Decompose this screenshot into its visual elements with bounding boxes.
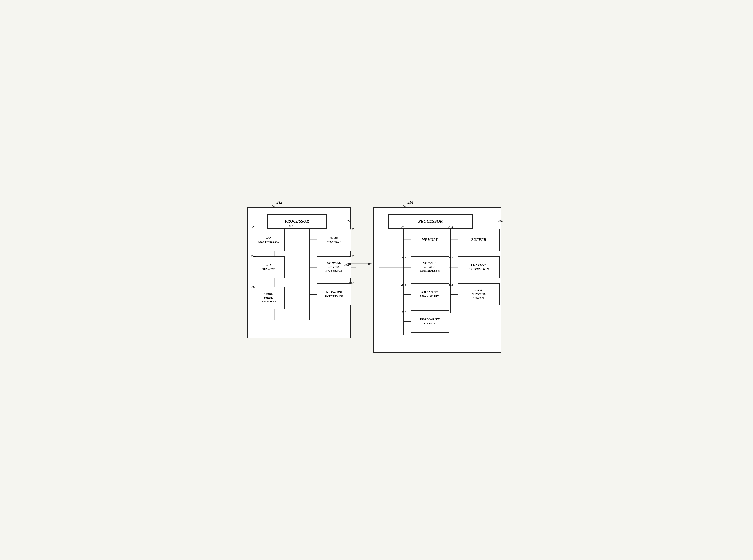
right-system-ref: 214: [408, 200, 413, 205]
right-system-box: 240 PROCESSOR: [373, 207, 502, 353]
ref-220: 220: [349, 227, 354, 231]
io-controller-box: I/OCONTROLLER: [252, 229, 285, 251]
left-processor-box: PROCESSOR: [267, 214, 327, 229]
ref-256: 256: [401, 311, 406, 314]
ref-242: 242: [401, 225, 406, 229]
storage-device-controller-box: STORAGEDEVICECONTROLLER: [411, 256, 449, 278]
buffer-box: BUFFER: [458, 229, 500, 251]
right-processor-box: PROCESSOR: [388, 214, 472, 229]
left-system-ref: 212: [277, 200, 283, 205]
ref-232: 232: [250, 285, 256, 289]
ref-226: 226: [251, 254, 256, 258]
ref-222: 222: [349, 254, 354, 258]
svg-marker-26: [368, 263, 372, 265]
content-protection-box: CONTENTPROTECTION: [458, 256, 500, 278]
ref-224: 224: [349, 281, 354, 285]
ref-246: 246: [401, 256, 406, 259]
servo-control-system-box: SERVOCONTROLSYSTEM: [458, 283, 500, 305]
ref-244: 244: [344, 263, 349, 267]
read-write-optics-box: READ/WRITEOPTICS: [411, 311, 449, 333]
left-system-container: 212 ↘ 216 PROCESSOR: [247, 207, 353, 353]
ref-240: 240: [498, 219, 503, 223]
ad-da-converters-box: A/D AND D/ACONVERTERS: [411, 283, 449, 305]
ref-218: 218: [288, 224, 293, 228]
memory-box: MEMORY: [411, 229, 449, 251]
ref-258: 258: [448, 225, 453, 229]
av-controller-box: AUDIOVIDEOCONTROLLER: [252, 287, 285, 309]
network-interface-box: NETWORKINTERFACE: [317, 283, 351, 305]
diagram-wrapper: 212 ↘ 216 PROCESSOR: [247, 207, 506, 353]
right-system-container: 214 ↘ 240 PROCESSOR: [373, 207, 506, 353]
ref-248: 248: [401, 283, 406, 287]
left-system-box: 216 PROCESSOR: [247, 207, 351, 338]
ref-228: 228: [250, 225, 256, 229]
main-memory-box: MAINMEMORY: [317, 229, 351, 251]
ref-216: 216: [347, 219, 352, 223]
io-devices-box: I/ODEVICES: [252, 256, 285, 278]
